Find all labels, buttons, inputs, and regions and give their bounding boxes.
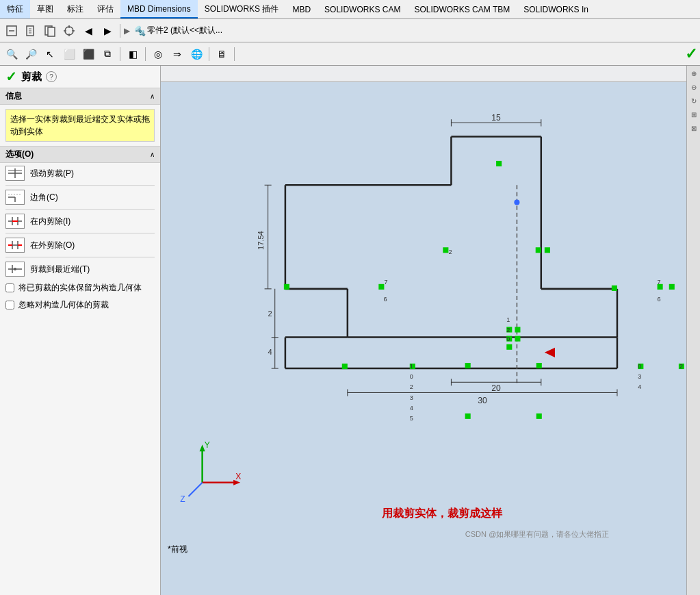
ignore-construct-checkbox[interactable] [5,301,14,309]
right-btn-3[interactable]: ↻ [688,94,700,107]
panel-header: ✓ 剪裁 ? [0,66,160,88]
svg-rect-79 [515,327,520,332]
toolbar2-right: ✓ [685,45,697,63]
svg-rect-78 [506,344,512,350]
accept-icon[interactable]: ✓ [685,45,697,62]
option-nearest-cut[interactable]: 剪裁到最近端(T) [0,259,160,279]
svg-text:用裁剪实体，裁剪成这样: 用裁剪实体，裁剪成这样 [381,507,503,519]
corner-icon [5,190,25,205]
toolbar-sep-1 [120,24,120,38]
toolbar-btn-left[interactable]: ◀ [79,22,97,40]
svg-rect-70 [496,161,502,166]
toolbar2-cursor[interactable]: ↖ [41,45,59,63]
panel-title: 剪裁 [21,71,42,84]
svg-text:4: 4 [638,383,641,390]
right-btn-1[interactable]: ⊕ [688,67,700,79]
checkbox-ignore-construct[interactable]: 忽略对构造几何体的剪裁 [0,296,160,314]
toolbar-btn-doc[interactable] [22,22,40,40]
option-sep-4 [5,257,155,257]
svg-point-30 [14,268,16,270]
toolbar2-sep3 [209,47,209,61]
toolbar2-search[interactable]: 🔍 [3,45,21,63]
info-chevron: ∧ [150,92,155,100]
option-corner[interactable]: 边角(C) [0,187,160,207]
canvas-breadcrumb [161,66,700,82]
menu-mbd-dimensions[interactable]: MBD Dimensions [120,0,198,18]
svg-rect-84 [465,363,471,368]
svg-rect-82 [669,284,675,290]
breadcrumb-arrow: ▶ [124,26,130,36]
right-btn-4[interactable]: ⊞ [688,108,700,121]
right-btn-5[interactable]: ⊠ [688,122,700,134]
svg-text:3: 3 [638,373,641,380]
nearest-cut-icon [5,262,25,277]
keep-construct-label: 将已剪裁的实体保留为构造几何体 [18,282,142,294]
menu-mbd[interactable]: MBD [285,0,317,18]
toolbar-btn-crosshair[interactable] [60,22,78,40]
right-btn-2[interactable]: ⊖ [688,81,700,93]
keep-construct-checkbox[interactable] [5,283,14,292]
menu-features[interactable]: 特征 [0,0,30,18]
menu-sw-plugin[interactable]: SOLIDWORKS 插件 [198,0,286,18]
toolbar2-cube[interactable]: ◧ [124,45,142,63]
svg-text:7: 7 [384,279,387,286]
menu-annotation[interactable]: 标注 [60,0,90,18]
menu-sw-cam[interactable]: SOLIDWORKS CAM [317,0,407,18]
toolbar2-monitor[interactable]: 🖥 [213,45,231,63]
outside-cut-label: 在外剪除(O) [30,240,75,251]
svg-text:20: 20 [491,383,501,393]
drawing-svg: 15 17.54 20 30 4 [161,82,686,579]
svg-text:Y: Y [205,440,210,450]
outside-cut-icon [5,238,25,253]
menu-sketch[interactable]: 草图 [30,0,60,18]
svg-text:2: 2 [448,249,452,255]
toolbar2-sep4 [234,47,235,61]
svg-text:*前视: *前视 [168,544,187,554]
toolbar-btn-sketch[interactable] [3,22,21,40]
checkbox-keep-construct[interactable]: 将已剪裁的实体保留为构造几何体 [0,279,160,296]
menu-evaluate[interactable]: 评估 [90,0,120,18]
option-outside-cut[interactable]: 在外剪除(O) [0,235,160,255]
svg-text:Z: Z [180,494,185,504]
svg-text:1: 1 [506,316,510,323]
option-strong-cut[interactable]: 强劲剪裁(P) [0,163,160,183]
toolbar2-sep1 [120,47,120,61]
menu-sw-in[interactable]: SOLIDWORKS In [517,0,595,18]
options-chevron: ∧ [150,151,155,158]
part-icon: 🔩 [134,25,146,36]
options-section-header[interactable]: 选项(O) ∧ [0,146,160,163]
svg-rect-72 [536,247,541,253]
svg-text:5: 5 [410,415,413,422]
menu-bar: 特征 草图 标注 评估 MBD Dimensions SOLIDWORKS 插件… [0,0,700,19]
info-section-header[interactable]: 信息 ∧ [0,88,160,105]
options-section-title: 选项(O) [5,149,34,160]
canvas-area: 15 17.54 20 30 4 [161,66,700,595]
toolbar2-arrow[interactable]: ⇒ [168,45,186,63]
toolbar2-box[interactable]: ⬜ [60,45,78,63]
svg-point-47 [514,200,519,205]
toolbar2-copy[interactable]: ⧉ [99,45,116,63]
svg-rect-7 [48,27,55,36]
toolbar2-globe[interactable]: 🌐 [187,45,205,63]
svg-rect-89 [342,364,348,369]
help-icon[interactable]: ? [46,71,57,82]
toolbar-btn-page[interactable] [41,22,59,40]
svg-text:3: 3 [410,394,413,401]
svg-text:CSDN @如果哪里有问题，请各位大佬指正: CSDN @如果哪里有问题，请各位大佬指正 [465,530,610,538]
toolbar-btn-right[interactable]: ▶ [99,22,116,40]
menu-sw-cam-tbm[interactable]: SOLIDWORKS CAM TBM [407,0,517,18]
info-section-title: 信息 [5,90,22,102]
toolbar2-box2[interactable]: ⬛ [79,45,97,63]
svg-text:30: 30 [478,396,487,405]
main-layout: ✓ 剪裁 ? 信息 ∧ 选择一实体剪裁到最近端交叉实体或拖动到实体 选项(O) … [0,66,700,595]
svg-text:4: 4 [410,405,413,412]
svg-text:15: 15 [491,113,501,123]
svg-text:2: 2 [679,363,683,370]
toolbar-1: ◀ ▶ ▶ 🔩 零件2 (默认<<默认... [0,19,700,42]
toolbar2-circle[interactable]: ◎ [149,45,167,63]
option-inside-cut[interactable]: 在内剪除(I) [0,211,160,231]
toolbar2-search2[interactable]: 🔎 [22,45,40,63]
svg-text:0: 0 [506,336,510,342]
panel-check-icon[interactable]: ✓ [5,68,17,85]
svg-text:0: 0 [638,363,641,370]
